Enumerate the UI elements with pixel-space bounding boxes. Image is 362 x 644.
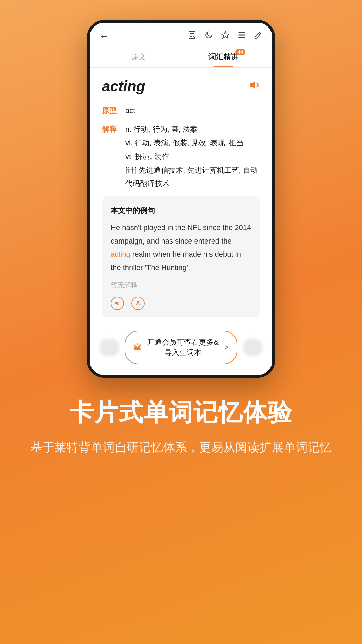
example-box: 本文中的例句 He hasn't played in the NFL since… <box>102 196 260 317</box>
tab-bar: 原文 词汇精讲 44 <box>90 47 272 68</box>
menu-icon[interactable] <box>237 31 246 42</box>
svg-rect-6 <box>238 35 245 36</box>
example-highlight: acting <box>111 250 130 258</box>
vocab-badge: 44 <box>235 49 245 55</box>
root-value: act <box>125 104 135 117</box>
marketing-section: 卡片式单词记忆体验 基于莱特背单词自研记忆体系，更易从阅读扩展单词记忆 <box>0 378 362 484</box>
no-translation: 暂无解释 <box>111 281 251 290</box>
meaning-3: vt. 扮演, 装作 <box>125 150 260 164</box>
word-header: acting <box>102 78 260 95</box>
svg-marker-10 <box>134 345 141 348</box>
meaning-2: vi. 行动, 表演, 假装, 见效, 表现, 担当 <box>125 136 260 150</box>
example-icons: A <box>111 297 251 310</box>
example-title: 本文中的例句 <box>111 206 251 216</box>
marketing-subtitle: 基于莱特背单词自研记忆体系，更易从阅读扩展单词记忆 <box>27 437 335 458</box>
star-icon[interactable] <box>221 30 230 42</box>
example-speaker-icon[interactable] <box>111 297 124 310</box>
svg-point-12 <box>133 344 135 346</box>
crown-icon <box>133 343 141 352</box>
top-icons <box>188 30 263 42</box>
word-speaker-icon[interactable] <box>248 79 260 94</box>
svg-marker-8 <box>250 81 255 89</box>
root-label: 原型 <box>102 104 122 117</box>
example-text-before: He hasn't played in the NFL since the 20… <box>111 223 251 245</box>
svg-point-14 <box>137 343 138 345</box>
word-title: acting <box>102 78 145 95</box>
meaning-row: 解释 n. 行动, 行为, 幕, 法案 vi. 行动, 表演, 假装, 见效, … <box>102 123 260 191</box>
dict-entry: 原型 act 解释 n. 行动, 行为, 幕, 法案 vi. 行动, 表演, 假… <box>102 104 260 191</box>
example-text: He hasn't played in the NFL since the 20… <box>111 221 251 274</box>
bottom-area: 开通会员可查看更多&导入生词本 > <box>90 324 272 375</box>
example-text-after: realm when he made his debut in the thri… <box>111 250 241 272</box>
content-area: acting 原型 act 解释 n. 行动, 行为, 幕, 法案 vi. 行动… <box>90 68 272 324</box>
svg-marker-9 <box>115 301 118 305</box>
meaning-1: n. 行动, 行为, 幕, 法案 <box>125 123 260 137</box>
meaning-4: [计] 先进通信技术, 先进计算机工艺, 自动代码翻译技术 <box>125 164 260 191</box>
svg-marker-4 <box>221 31 229 38</box>
blur-right <box>243 339 263 356</box>
root-row: 原型 act <box>102 104 260 117</box>
svg-point-13 <box>140 344 141 346</box>
svg-rect-5 <box>238 32 245 33</box>
edit-icon[interactable] <box>253 30 263 42</box>
tab-original[interactable]: 原文 <box>97 47 181 67</box>
phone-mockup: ← <box>87 20 275 378</box>
example-translate-icon[interactable]: A <box>131 297 145 310</box>
meaning-label: 解释 <box>102 123 122 136</box>
top-bar: ← <box>90 23 272 47</box>
dict-meanings: n. 行动, 行为, 幕, 法案 vi. 行动, 表演, 假装, 见效, 表现,… <box>125 123 260 191</box>
back-button[interactable]: ← <box>99 31 109 42</box>
moon-icon[interactable] <box>204 31 213 42</box>
member-btn-arrow-icon: > <box>224 343 229 352</box>
note-icon[interactable] <box>188 30 197 42</box>
svg-rect-7 <box>238 37 245 38</box>
blur-left <box>99 339 119 356</box>
svg-rect-11 <box>134 348 141 350</box>
member-button[interactable]: 开通会员可查看更多&导入生词本 > <box>125 331 237 364</box>
marketing-title: 卡片式单词记忆体验 <box>27 398 335 427</box>
tab-vocab[interactable]: 词汇精讲 44 <box>181 47 266 67</box>
member-btn-label: 开通会员可查看更多&导入生词本 <box>145 337 220 358</box>
